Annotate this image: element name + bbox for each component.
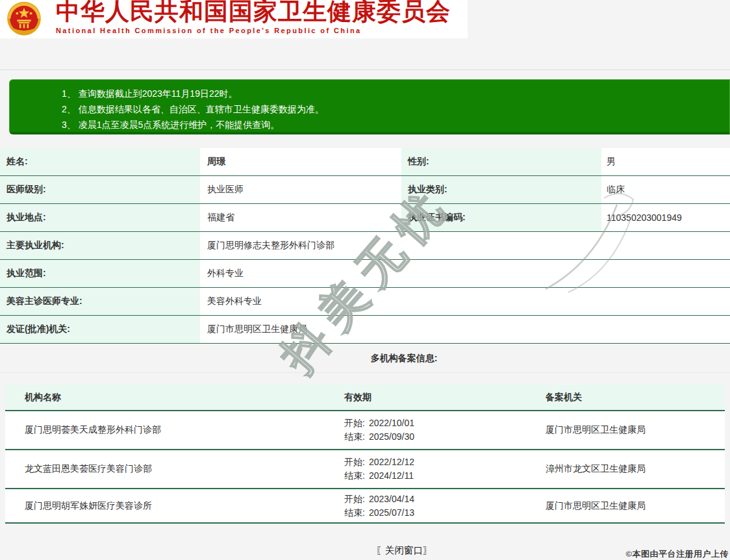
field-label-practice-type: 执业类别: [401, 176, 603, 203]
start-date: 2022/10/01 [369, 418, 414, 428]
org-name: 厦门思明胡军姝妍医疗美容诊所 [5, 500, 339, 512]
site-title-chinese: 中华人民共和国国家卫生健康委员会 [56, 0, 451, 25]
org-authority: 漳州市龙文区卫生健康局 [540, 463, 725, 475]
table-row: 医师级别: 执业医师 执业类别: 临床 [0, 176, 730, 204]
org-name: 龙文蓝田恩美荟医疗美容门诊部 [5, 463, 339, 475]
org-table-row: 厦门思明胡军姝妍医疗美容诊所 开始:2023/04/14 结束:2025/07/… [5, 489, 725, 524]
org-authority: 厦门市思明区卫生健康局 [540, 500, 725, 512]
field-value-main-institution: 厦门思明修志夫整形外科门诊部 [201, 232, 730, 259]
column-header-org-name: 机构名称 [5, 392, 339, 403]
header-divider [0, 70, 730, 70]
field-value-issuing-authority: 厦门市思明区卫生健康局 [201, 316, 730, 343]
notice-box: 1、 查询数据截止到2023年11月19日22时。 2、 信息数据结果以各省、自… [9, 79, 730, 134]
table-row: 发证(批准)机关: 厦门市思明区卫生健康局 [0, 316, 730, 344]
section-divider [0, 372, 730, 373]
start-date: 2023/04/14 [369, 494, 414, 504]
field-value-doctor-level: 执业医师 [201, 176, 401, 203]
start-date-label: 开始: [344, 494, 365, 504]
start-date: 2022/12/12 [369, 457, 414, 467]
org-table-header: 机构名称 有效期 备案机关 [5, 385, 725, 411]
org-table-row: 龙文蓝田恩美荟医疗美容门诊部 开始:2022/12/12 结束:2024/12/… [5, 450, 725, 489]
org-name: 厦门思明荟美天成整形外科门诊部 [5, 424, 339, 436]
org-authority: 厦门市思明区卫生健康局 [540, 424, 725, 436]
field-value-certificate-no: 110350203001949 [603, 204, 730, 231]
field-label-doctor-level: 医师级别: [0, 176, 201, 203]
column-header-authority: 备案机关 [540, 392, 725, 403]
table-row: 美容主诊医师专业: 美容外科专业 [0, 288, 730, 316]
start-date-label: 开始: [344, 418, 365, 428]
end-date-label: 结束: [344, 507, 365, 518]
field-value-name: 周璟 [201, 148, 401, 175]
table-row: 姓名: 周璟 性别: 男 [0, 148, 730, 176]
column-header-validity: 有效期 [339, 392, 540, 403]
org-validity: 开始:2022/12/12 结束:2024/12/11 [339, 455, 540, 483]
field-label-issuing-authority: 发证(批准)机关: [0, 316, 201, 343]
multi-org-table: 机构名称 有效期 备案机关 厦门思明荟美天成整形外科门诊部 开始:2022/10… [5, 385, 725, 524]
field-label-practice-scope: 执业范围: [0, 260, 201, 287]
field-label-cosmetic-specialty: 美容主诊医师专业: [0, 288, 201, 315]
doctor-info-table: 姓名: 周璟 性别: 男 医师级别: 执业医师 执业类别: 临床 执业地点: 福… [0, 148, 730, 344]
field-label-gender: 性别: [401, 148, 603, 175]
field-value-practice-type: 临床 [603, 176, 730, 203]
end-date: 2025/07/13 [369, 507, 414, 518]
notice-line-2: 2、 信息数据结果以各省、自治区、直辖市卫生健康委数据为准。 [62, 101, 729, 117]
field-value-practice-place: 福建省 [201, 204, 401, 231]
org-validity: 开始:2023/04/14 结束:2025/07/13 [339, 492, 540, 520]
end-date: 2024/12/11 [369, 470, 414, 481]
field-value-practice-scope: 外科专业 [201, 260, 730, 287]
field-value-gender: 男 [603, 148, 730, 175]
end-date-label: 结束: [344, 431, 365, 442]
end-date-label: 结束: [344, 470, 365, 481]
table-row: 执业范围: 外科专业 [0, 260, 730, 288]
field-label-practice-place: 执业地点: [0, 204, 201, 231]
field-label-main-institution: 主要执业机构: [0, 232, 201, 259]
notice-line-3: 3、 凌晨1点至凌晨5点系统进行维护，不能提供查询。 [62, 117, 729, 133]
field-value-cosmetic-specialty: 美容外科专业 [201, 288, 730, 315]
site-title-english: National Health Commission of the People… [56, 26, 451, 35]
notice-line-1: 1、 查询数据截止到2023年11月19日22时。 [62, 86, 729, 101]
start-date-label: 开始: [344, 457, 365, 467]
field-label-certificate-no: 执业证书编码: [401, 204, 603, 231]
field-label-name: 姓名: [0, 148, 201, 175]
table-row: 执业地点: 福建省 执业证书编码: 110350203001949 [0, 204, 730, 232]
china-national-emblem-icon [5, 1, 43, 38]
table-row: 主要执业机构: 厦门思明修志夫整形外科门诊部 [0, 232, 730, 260]
org-validity: 开始:2022/10/01 结束:2025/09/30 [339, 416, 540, 444]
end-date: 2025/09/30 [369, 431, 414, 442]
multi-org-section-title: 多机构备案信息: [0, 353, 730, 364]
org-table-row: 厦门思明荟美天成整形外科门诊部 开始:2022/10/01 结束:2025/09… [5, 411, 725, 450]
close-window-link[interactable]: 〖关闭窗口〗 [0, 544, 730, 557]
header-titles: 中华人民共和国国家卫生健康委员会 National Health Commiss… [56, 0, 451, 35]
header-band: 中华人民共和国国家卫生健康委员会 National Health Commiss… [0, 0, 468, 38]
upload-credit-text: ©本图由平台注册用户上传 [625, 548, 729, 560]
